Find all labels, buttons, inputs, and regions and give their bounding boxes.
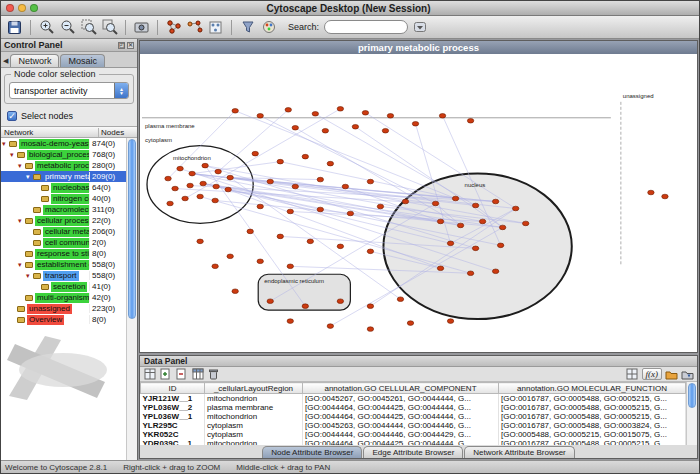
table-cell[interactable]: mitochondrion bbox=[205, 439, 303, 445]
table-cell[interactable]: YPL036W__1 bbox=[141, 412, 205, 421]
table-row[interactable]: YJR121W__1mitochondrion[GO:0045267, GO:0… bbox=[141, 394, 686, 404]
expand-icon[interactable]: ▾ bbox=[10, 151, 17, 158]
column-header-cellular-component[interactable]: annotation.GO CELLULAR_COMPONENT bbox=[303, 383, 499, 394]
table-row[interactable]: YPL036W__2plasma membrane[GO:0044464, GO… bbox=[141, 403, 686, 412]
column-header-region[interactable]: _cellularLayoutRegion bbox=[205, 383, 303, 394]
table-scrollbar-thumb[interactable] bbox=[688, 383, 696, 408]
select-attributes-icon[interactable] bbox=[143, 368, 156, 380]
table-cell[interactable]: [GO:0016787, GO:0005488, GO:0005215, G..… bbox=[499, 403, 686, 412]
zoom-selected-icon[interactable] bbox=[79, 18, 98, 37]
open-folder-icon[interactable] bbox=[665, 368, 678, 380]
network-column-header[interactable]: Network bbox=[1, 128, 99, 137]
tree-row[interactable]: Overview8(0) bbox=[1, 314, 126, 325]
network-canvas-svg[interactable]: plasma membranecytoplasmmitochondrionnuc… bbox=[140, 54, 697, 352]
table-cell[interactable]: cytoplasm bbox=[205, 421, 303, 430]
expand-icon[interactable]: ▾ bbox=[18, 261, 25, 268]
dropdown-arrows-icon[interactable]: ▲▼ bbox=[114, 83, 128, 98]
apply-layout-icon[interactable] bbox=[206, 18, 225, 37]
tree-row[interactable]: ▾primary metabol209(0) bbox=[1, 171, 126, 182]
tree-row[interactable]: cell communicat2(0) bbox=[1, 237, 126, 248]
table-cell[interactable]: mitochondrion bbox=[205, 394, 303, 404]
tree-scrollbar-thumb[interactable] bbox=[128, 139, 136, 319]
create-network-icon[interactable] bbox=[164, 18, 183, 37]
tree-row[interactable]: macromolecule311(0) bbox=[1, 204, 126, 215]
expand-icon[interactable]: ▾ bbox=[18, 217, 25, 224]
table-cell[interactable]: cytoplasm bbox=[205, 430, 303, 439]
table-cell[interactable]: YDR039C__1 bbox=[141, 439, 205, 445]
minimize-window-icon[interactable] bbox=[18, 4, 26, 12]
node-color-dropdown[interactable]: transporter activity ▲▼ bbox=[9, 82, 129, 99]
search-input[interactable] bbox=[324, 20, 408, 34]
column-header-molecular-function[interactable]: annotation.GO MOLECULAR_FUNCTION bbox=[499, 383, 686, 394]
network-view-titlebar[interactable]: primary metabolic process bbox=[140, 41, 697, 54]
tree-row[interactable]: nucleobase-co64(0) bbox=[1, 182, 126, 193]
tab-scroll-left-icon[interactable]: ◀ bbox=[2, 57, 10, 67]
table-row[interactable]: YPL036W__1mitochondrion[GO:0044464, GO:0… bbox=[141, 412, 686, 421]
tree-row[interactable]: multi-organism pro42(0) bbox=[1, 292, 126, 303]
table-cell[interactable]: [GO:0016787, GO:0005488, GO:0005215, G..… bbox=[499, 439, 686, 445]
table-cell[interactable]: YKR052C bbox=[141, 430, 205, 439]
float-panel-icon[interactable]: ◰ bbox=[118, 42, 125, 49]
zoom-out-icon[interactable] bbox=[58, 18, 77, 37]
tab-edge-attribute-browser[interactable]: Edge Attribute Browser bbox=[363, 446, 463, 458]
table-cell[interactable]: YPL036W__2 bbox=[141, 403, 205, 412]
tree-row[interactable]: secretion41(0) bbox=[1, 281, 126, 292]
select-nodes-checkbox[interactable]: ✓ bbox=[7, 111, 17, 121]
trash-icon[interactable] bbox=[207, 368, 220, 380]
table-cell[interactable]: [GO:0044444, GO:0044446, GO:0044429, G..… bbox=[303, 430, 499, 439]
data-panel-titlebar[interactable]: Data Panel bbox=[140, 356, 697, 367]
matrix-icon[interactable] bbox=[626, 368, 639, 380]
tab-network-attribute-browser[interactable]: Network Attribute Browser bbox=[464, 446, 574, 458]
table-row[interactable]: YKR052Ccytoplasm[GO:0044444, GO:0044446,… bbox=[141, 430, 686, 439]
expand-icon[interactable]: ▾ bbox=[26, 173, 33, 180]
tab-network[interactable]: Network bbox=[10, 54, 59, 67]
vizmapper-icon[interactable] bbox=[259, 18, 278, 37]
network-from-selection-icon[interactable] bbox=[185, 18, 204, 37]
table-row[interactable]: YLR295Ccytoplasm[GO:0045263, GO:0044444,… bbox=[141, 421, 686, 430]
nodes-column-header[interactable]: Nodes bbox=[99, 128, 137, 137]
tree-row[interactable]: unassigned223(0) bbox=[1, 303, 126, 314]
tree-row[interactable]: ▾mosaic-demo-yeast874(0) bbox=[1, 138, 126, 149]
table-cell[interactable]: [GO:0044464, GO:0044425, GO:0044444, G..… bbox=[303, 412, 499, 421]
formula-builder-button[interactable]: f(x) bbox=[642, 368, 663, 380]
table-cell[interactable]: [GO:0044464, GO:0044425, GO:0044444, G..… bbox=[303, 403, 499, 412]
tab-mosaic[interactable]: Mosaic bbox=[60, 54, 105, 67]
table-cell[interactable]: [GO:0016787, GO:0005488, GO:0003824, G..… bbox=[499, 421, 686, 430]
table-cell[interactable]: [GO:0044464, GO:0044425, GO:0044444, G..… bbox=[303, 439, 499, 445]
filter-icon[interactable] bbox=[238, 18, 257, 37]
table-cell[interactable]: plasma membrane bbox=[205, 403, 303, 412]
create-attribute-icon[interactable] bbox=[159, 368, 172, 380]
tree-scrollbar[interactable] bbox=[126, 138, 137, 460]
table-scrollbar[interactable] bbox=[686, 382, 697, 445]
tree-row[interactable]: nitrogen compo40(0) bbox=[1, 193, 126, 204]
zoom-in-icon[interactable] bbox=[37, 18, 56, 37]
table-row[interactable]: YDR039C__1mitochondrion[GO:0044464, GO:0… bbox=[141, 439, 686, 445]
import-table-icon[interactable] bbox=[681, 368, 694, 380]
tree-row[interactable]: ▾transport558(0) bbox=[1, 270, 126, 281]
tree-row[interactable]: ▾establishment of lo558(0) bbox=[1, 259, 126, 270]
tree-row[interactable]: ▾cellular process22(0) bbox=[1, 215, 126, 226]
column-header-id[interactable]: ID bbox=[141, 383, 205, 394]
table-cell[interactable]: [GO:0045267, GO:0045261, GO:0044444, G..… bbox=[303, 394, 499, 404]
close-window-icon[interactable] bbox=[6, 4, 14, 12]
table-cell[interactable]: [GO:0045263, GO:0044444, GO:0044446, G..… bbox=[303, 421, 499, 430]
table-cell[interactable]: [GO:0016787, GO:0005488, GO:0005215, G..… bbox=[499, 412, 686, 421]
table-cell[interactable]: YJR121W__1 bbox=[141, 394, 205, 404]
tree-row[interactable]: response to stimul8(0) bbox=[1, 248, 126, 259]
close-panel-icon[interactable]: ✕ bbox=[127, 42, 134, 49]
zoom-fit-icon[interactable] bbox=[100, 18, 119, 37]
tree-row[interactable]: cellular metabo206(0) bbox=[1, 226, 126, 237]
expand-icon[interactable]: ▾ bbox=[2, 140, 9, 147]
table-cell[interactable]: [GO:0016787, GO:0005488, GO:0005215, G..… bbox=[499, 394, 686, 404]
delete-attribute-icon[interactable] bbox=[175, 368, 188, 380]
attribute-columns-icon[interactable] bbox=[191, 368, 204, 380]
save-session-icon[interactable] bbox=[5, 18, 24, 37]
tree-row[interactable]: ▾metabolic process280(0) bbox=[1, 160, 126, 171]
table-cell[interactable]: mitochondrion bbox=[205, 412, 303, 421]
search-options-icon[interactable] bbox=[410, 18, 429, 37]
expand-icon[interactable]: ▾ bbox=[18, 162, 25, 169]
table-cell[interactable]: [GO:0005488, GO:0005215, GO:0015075, G..… bbox=[499, 430, 686, 439]
snapshot-icon[interactable] bbox=[132, 18, 151, 37]
window-titlebar[interactable]: Cytoscape Desktop (New Session) bbox=[1, 1, 699, 16]
tab-node-attribute-browser[interactable]: Node Attribute Browser bbox=[262, 446, 362, 458]
